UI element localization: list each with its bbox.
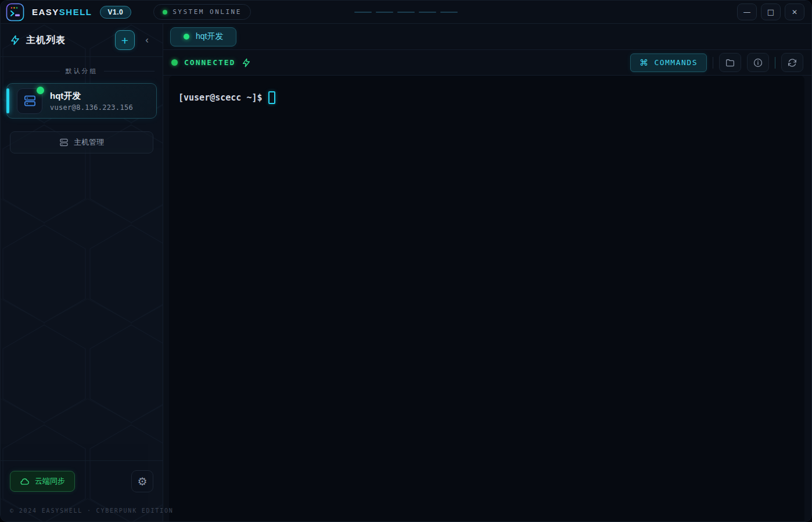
system-status-badge: SYSTEM ONLINE	[153, 4, 251, 20]
folder-icon	[725, 58, 735, 68]
maximize-button[interactable]: □	[761, 3, 781, 20]
commands-button[interactable]: ⌘ COMMANDS	[630, 53, 707, 72]
host-address: vuser@8.136.223.156	[50, 103, 133, 112]
active-accent-bar	[6, 88, 9, 113]
terminal-line: [vuser@scecc ~]$	[178, 91, 795, 104]
tab-status-dot	[184, 34, 189, 40]
refresh-icon	[787, 58, 797, 68]
terminal-cursor	[268, 91, 275, 104]
status-dot	[163, 10, 167, 15]
host-list-title: 主机列表	[26, 34, 66, 47]
cloud-sync-label: 云端同步	[35, 476, 65, 487]
file-manager-button[interactable]	[719, 53, 741, 72]
app-title: EASYSHELL	[32, 7, 92, 17]
main-area: hqt开发 CONNECTED ⌘ COMMANDS	[163, 24, 811, 521]
status-toolbar: ⌘ COMMANDS	[630, 53, 803, 72]
sidebar-footer: 云端同步 ⚙ © 2024 EASYSHELL · CYBERPUNK EDIT…	[1, 460, 163, 521]
group-divider: 默认分组	[9, 67, 155, 76]
server-manage-icon	[59, 138, 69, 147]
app-window: EASYSHELL V1.0 SYSTEM ONLINE — □ ✕	[0, 0, 812, 522]
add-host-button[interactable]: +	[115, 30, 135, 50]
connection-lightning-icon	[242, 58, 251, 67]
settings-button[interactable]: ⚙	[131, 470, 153, 492]
session-tab[interactable]: hqt开发	[170, 27, 236, 47]
terminal-panel[interactable]: [vuser@scecc ~]$	[169, 76, 804, 521]
titlebar-decorative-dashes	[354, 12, 458, 13]
toolbar-divider	[713, 57, 713, 69]
info-icon	[753, 58, 763, 68]
sidebar-header: 主机列表 + ‹	[1, 24, 163, 57]
terminal-prompt: [vuser@scecc ~]$	[178, 92, 263, 103]
connection-status-label: CONNECTED	[184, 58, 235, 67]
window-controls: — □ ✕	[737, 3, 804, 20]
titlebar: EASYSHELL V1.0 SYSTEM ONLINE — □ ✕	[1, 1, 811, 24]
status-bar: CONNECTED ⌘ COMMANDS	[163, 50, 811, 76]
copyright-text: © 2024 EASYSHELL · CYBERPUNK EDITION	[10, 507, 153, 514]
server-icon	[17, 88, 42, 114]
system-status-label: SYSTEM ONLINE	[173, 8, 242, 16]
close-button[interactable]: ✕	[785, 3, 804, 20]
group-label: 默认分组	[66, 67, 98, 76]
info-button[interactable]	[747, 53, 769, 72]
sidebar: 主机列表 + ‹ 默认分组	[1, 24, 163, 521]
connection-dot	[171, 59, 178, 66]
host-online-dot	[37, 87, 44, 94]
tab-label: hqt开发	[196, 31, 223, 42]
lightning-icon	[10, 35, 20, 45]
host-name: hqt开发	[50, 91, 133, 102]
version-badge: V1.0	[100, 6, 132, 19]
gear-icon: ⚙	[137, 476, 147, 487]
tab-bar: hqt开发	[163, 24, 811, 50]
host-list-item[interactable]: hqt开发 vuser@8.136.223.156	[6, 83, 157, 119]
refresh-button[interactable]	[781, 53, 803, 72]
app-logo-icon	[6, 3, 24, 22]
host-manage-button[interactable]: 主机管理	[10, 131, 153, 153]
minimize-button[interactable]: —	[737, 3, 757, 20]
command-icon: ⌘	[639, 58, 649, 68]
collapse-sidebar-button[interactable]: ‹	[141, 30, 153, 50]
cloud-sync-button[interactable]: 云端同步	[10, 471, 75, 492]
cloud-icon	[20, 477, 30, 487]
host-manage-label: 主机管理	[74, 137, 104, 148]
commands-label: COMMANDS	[654, 58, 698, 67]
toolbar-divider	[775, 57, 775, 69]
host-meta: hqt开发 vuser@8.136.223.156	[50, 91, 133, 112]
